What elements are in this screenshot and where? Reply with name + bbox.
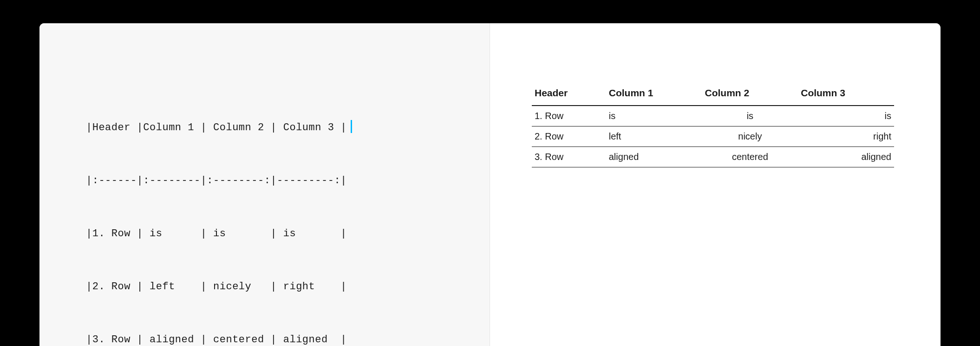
preview-pane: Header Column 1 Column 2 Column 3 1. Row… xyxy=(490,23,941,346)
table-cell: centered xyxy=(702,147,798,167)
table-cell: left xyxy=(606,126,702,147)
table-cell: 2. Row xyxy=(532,126,606,147)
editor-line-text: |:------|:--------|:--------:|---------:… xyxy=(86,175,347,186)
editor-pane[interactable]: |Header |Column 1 | Column 2 | Column 3 … xyxy=(39,23,490,346)
editor-line-text: |Header |Column 1 | Column 2 | Column 3 … xyxy=(86,122,347,133)
table-cell: 3. Row xyxy=(532,147,606,167)
table-cell: 1. Row xyxy=(532,106,606,126)
editor-line-text: |3. Row | aligned | centered | aligned | xyxy=(86,334,347,346)
table-header-cell: Column 3 xyxy=(798,84,894,106)
table-header-row: Header Column 1 Column 2 Column 3 xyxy=(532,84,894,106)
table-row: 3. Row aligned centered aligned xyxy=(532,147,894,167)
text-cursor xyxy=(351,120,352,133)
preview-table: Header Column 1 Column 2 Column 3 1. Row… xyxy=(532,84,894,167)
editor-line-text: |1. Row | is | is | is | xyxy=(86,228,347,240)
editor-line[interactable]: |Header |Column 1 | Column 2 | Column 3 … xyxy=(86,119,443,137)
table-cell: is xyxy=(702,106,798,126)
table-cell: nicely xyxy=(702,126,798,147)
editor-line[interactable]: |2. Row | left | nicely | right | xyxy=(86,278,443,296)
table-row: 1. Row is is is xyxy=(532,106,894,126)
editor-line-text: |2. Row | left | nicely | right | xyxy=(86,281,347,293)
table-cell: is xyxy=(606,106,702,126)
table-cell: right xyxy=(798,126,894,147)
table-cell: is xyxy=(798,106,894,126)
table-cell: aligned xyxy=(606,147,702,167)
editor-text[interactable]: |Header |Column 1 | Column 2 | Column 3 … xyxy=(86,84,443,346)
table-header-cell: Column 1 xyxy=(606,84,702,106)
table-cell: aligned xyxy=(798,147,894,167)
editor-line[interactable]: |3. Row | aligned | centered | aligned | xyxy=(86,331,443,346)
editor-line[interactable]: |:------|:--------|:--------:|---------:… xyxy=(86,172,443,190)
table-row: 2. Row left nicely right xyxy=(532,126,894,147)
app-window: |Header |Column 1 | Column 2 | Column 3 … xyxy=(39,23,941,346)
editor-line[interactable]: |1. Row | is | is | is | xyxy=(86,225,443,243)
table-header-cell: Column 2 xyxy=(702,84,798,106)
table-header-cell: Header xyxy=(532,84,606,106)
